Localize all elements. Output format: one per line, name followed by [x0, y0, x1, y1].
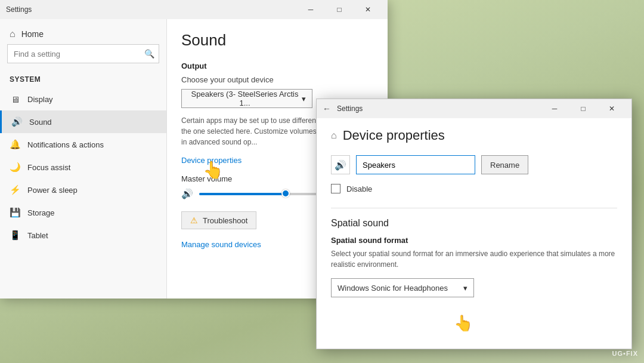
dp-close-button[interactable]: ✕ [598, 99, 626, 118]
spatial-description: Select your spatial sound format for an … [331, 248, 617, 270]
tablet-icon: 📱 [10, 230, 20, 241]
dp-body: ⌂ Device properties 🔊 Rename Disable Spa… [317, 118, 631, 349]
sidebar: ⌂ Home 🔍 System 🖥 Display 🔊 Sound 🔔 Noti… [0, 19, 167, 299]
search-icon: 🔍 [144, 49, 154, 59]
speaker-name-input[interactable] [356, 155, 475, 174]
dp-back-button[interactable]: ← [323, 104, 331, 113]
sidebar-item-storage[interactable]: 💾 Storage [0, 201, 166, 224]
speaker-icon: 🔊 [335, 159, 346, 171]
sound-icon: 🔊 [11, 116, 22, 127]
search-box: 🔍 [7, 44, 159, 63]
focus-icon: 🌙 [10, 162, 20, 173]
spatial-dropdown-value: Windows Sonic for Headphones [338, 284, 448, 293]
display-label: Display [27, 95, 53, 104]
volume-slider[interactable] [199, 193, 318, 195]
dp-window-controls: ─ □ ✕ [541, 99, 626, 118]
spatial-format-label: Spatial sound format [331, 236, 617, 245]
rename-row: 🔊 Rename [331, 155, 617, 174]
output-device-value: Speakers (3- SteelSeries Arctis 1... [188, 90, 302, 107]
ugfix-watermark: UG•FIX [612, 350, 638, 357]
device-props-window: ← Settings ─ □ ✕ ⌂ Device properties 🔊 R… [316, 99, 632, 349]
disable-checkbox[interactable] [331, 184, 340, 193]
dp-titlebar: ← Settings ─ □ ✕ [317, 99, 631, 118]
rename-button[interactable]: Rename [481, 155, 528, 174]
sound-label: Sound [29, 118, 52, 127]
home-label: Home [21, 29, 44, 39]
notifications-label: Notifications & actions [27, 140, 104, 149]
sidebar-item-tablet[interactable]: 📱 Tablet [0, 224, 166, 247]
output-label: Output [181, 61, 373, 70]
volume-thumb [281, 189, 290, 198]
maximize-button[interactable]: □ [326, 0, 353, 19]
volume-fill [199, 193, 289, 195]
search-input[interactable] [7, 44, 159, 63]
page-title: Sound [181, 31, 373, 50]
main-window-title: Settings [6, 5, 32, 14]
dp-home-icon: ⌂ [331, 130, 337, 141]
disable-row: Disable [331, 184, 617, 193]
dp-page-title-text: Device properties [343, 128, 445, 143]
storage-icon: 💾 [10, 207, 20, 218]
sidebar-item-display[interactable]: 🖥 Display [0, 88, 166, 110]
sidebar-item-notifications[interactable]: 🔔 Notifications & actions [0, 133, 166, 156]
sidebar-home-item[interactable]: ⌂ Home [0, 19, 166, 44]
troubleshoot-label: Troubleshoot [203, 216, 247, 225]
notifications-icon: 🔔 [10, 139, 20, 150]
tablet-label: Tablet [27, 231, 48, 240]
sidebar-item-focus[interactable]: 🌙 Focus assist [0, 156, 166, 179]
sidebar-item-sound[interactable]: 🔊 Sound [0, 110, 166, 133]
disable-label: Disable [346, 184, 372, 193]
close-button[interactable]: ✕ [354, 0, 382, 19]
main-window-controls: ─ □ ✕ [297, 0, 382, 19]
spatial-dropdown-chevron: ▾ [463, 284, 467, 293]
main-titlebar: Settings ─ □ ✕ [0, 0, 388, 19]
storage-label: Storage [27, 208, 55, 217]
dp-page-title: ⌂ Device properties [331, 128, 617, 143]
dp-maximize-button[interactable]: □ [569, 99, 597, 118]
minimize-button[interactable]: ─ [297, 0, 324, 19]
system-label: System [0, 70, 166, 88]
sidebar-item-power[interactable]: ⚡ Power & sleep [0, 179, 166, 201]
focus-label: Focus assist [27, 163, 70, 172]
dp-title-left: ← Settings [323, 104, 363, 113]
warning-icon: ⚠ [190, 216, 198, 225]
output-device-dropdown[interactable]: Speakers (3- SteelSeries Arctis 1... ▾ [181, 89, 312, 108]
display-icon: 🖥 [10, 94, 20, 104]
speaker-icon-box: 🔊 [331, 155, 350, 174]
dp-window-title: Settings [337, 104, 363, 113]
power-icon: ⚡ [10, 184, 20, 195]
divider [331, 208, 617, 208]
spatial-sound-dropdown[interactable]: Windows Sonic for Headphones ▾ [331, 278, 474, 297]
volume-icon: 🔊 [181, 188, 193, 199]
home-icon: ⌂ [10, 29, 16, 39]
dp-minimize-button[interactable]: ─ [541, 99, 568, 118]
spatial-title: Spatial sound [331, 218, 617, 229]
power-label: Power & sleep [27, 186, 78, 195]
choose-device-label: Choose your output device [181, 75, 373, 84]
troubleshoot-button[interactable]: ⚠ Troubleshoot [181, 211, 256, 229]
manage-devices-link[interactable]: Manage sound devices [181, 240, 261, 249]
dropdown-chevron: ▾ [302, 94, 306, 103]
